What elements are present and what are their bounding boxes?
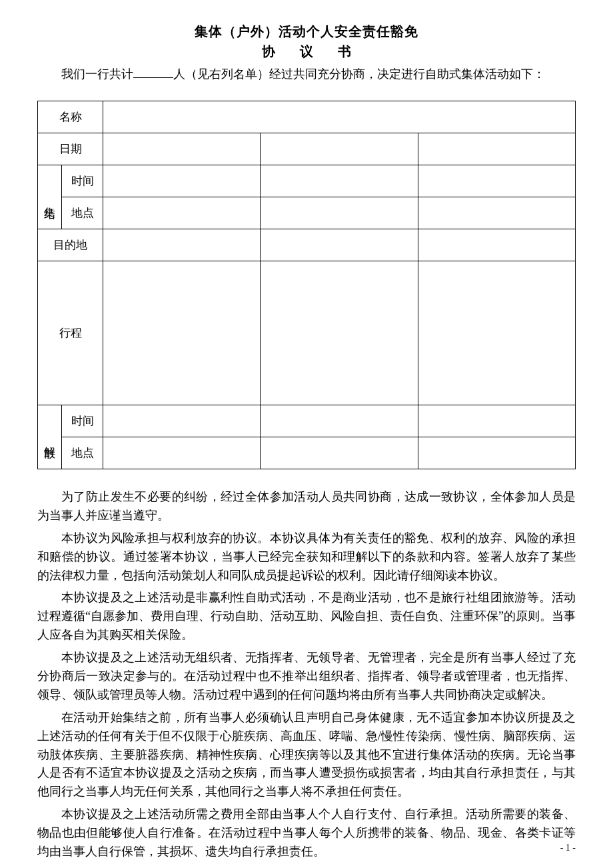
label-disband-place: 地点 bbox=[62, 437, 103, 469]
label-itinerary: 行程 bbox=[38, 261, 103, 405]
cell-itinerary-1[interactable] bbox=[103, 261, 261, 405]
table-row: 行程 bbox=[38, 261, 576, 405]
activity-table: 名称 日期 集结 时间 地点 目的地 行程 bbox=[37, 101, 576, 469]
paragraph-5: 在活动开始集结之前，所有当事人必须确认且声明自己身体健康，无不适宜参加本协议所提… bbox=[37, 709, 576, 801]
title-line-1: 集体（户外）活动个人安全责任豁免 bbox=[37, 21, 576, 41]
cell-date-3[interactable] bbox=[418, 133, 575, 165]
cell-itinerary-3[interactable] bbox=[418, 261, 575, 405]
intro-prefix: 我们一行共计 bbox=[61, 67, 133, 81]
cell-assemble-place-2[interactable] bbox=[261, 197, 418, 229]
label-assemble: 集结 bbox=[38, 165, 62, 229]
label-assemble-time: 时间 bbox=[62, 165, 103, 197]
cell-disband-place-3[interactable] bbox=[418, 437, 575, 469]
paragraph-3: 本协议提及之上述活动是非赢利性自助式活动，不是商业活动，也不是旅行社组团旅游等。… bbox=[37, 589, 576, 645]
table-row: 解散 时间 bbox=[38, 405, 576, 437]
cell-assemble-place-3[interactable] bbox=[418, 197, 575, 229]
table-row: 地点 bbox=[38, 437, 576, 469]
label-disband-time: 时间 bbox=[62, 405, 103, 437]
cell-itinerary-2[interactable] bbox=[261, 261, 418, 405]
cell-disband-place-1[interactable] bbox=[103, 437, 261, 469]
title-block: 集体（户外）活动个人安全责任豁免 协 议 书 bbox=[37, 21, 576, 61]
table-row: 日期 bbox=[38, 133, 576, 165]
paragraph-2: 本协议为风险承担与权利放弃的协议。本协议具体为有关责任的豁免、权利的放弃、风险的… bbox=[37, 529, 576, 585]
cell-disband-time-1[interactable] bbox=[103, 405, 261, 437]
table-row: 集结 时间 bbox=[38, 165, 576, 197]
label-destination: 目的地 bbox=[38, 229, 103, 261]
label-disband: 解散 bbox=[38, 405, 62, 469]
cell-disband-time-3[interactable] bbox=[418, 405, 575, 437]
cell-assemble-time-3[interactable] bbox=[418, 165, 575, 197]
cell-name[interactable] bbox=[103, 101, 576, 133]
cell-assemble-time-2[interactable] bbox=[261, 165, 418, 197]
cell-destination-1[interactable] bbox=[103, 229, 261, 261]
label-name: 名称 bbox=[38, 101, 103, 133]
paragraph-4: 本协议提及之上述活动无组织者、无指挥者、无领导者、无管理者，完全是所有当事人经过… bbox=[37, 649, 576, 705]
intro-blank[interactable] bbox=[133, 66, 173, 78]
table-row: 名称 bbox=[38, 101, 576, 133]
cell-destination-3[interactable] bbox=[418, 229, 575, 261]
intro-paragraph: 我们一行共计人（见右列名单）经过共同充分协商，决定进行自助式集体活动如下： bbox=[37, 65, 576, 83]
title-line-2: 协 议 书 bbox=[37, 41, 576, 61]
cell-assemble-time-1[interactable] bbox=[103, 165, 261, 197]
label-date: 日期 bbox=[38, 133, 103, 165]
paragraph-1: 为了防止发生不必要的纠纷，经过全体参加活动人员共同协商，达成一致协议，全体参加人… bbox=[37, 488, 576, 525]
cell-date-1[interactable] bbox=[103, 133, 261, 165]
table-row: 目的地 bbox=[38, 229, 576, 261]
cell-disband-time-2[interactable] bbox=[261, 405, 418, 437]
cell-date-2[interactable] bbox=[261, 133, 418, 165]
page-number: - 1 - bbox=[560, 841, 576, 855]
cell-assemble-place-1[interactable] bbox=[103, 197, 261, 229]
intro-suffix: 人（见右列名单）经过共同充分协商，决定进行自助式集体活动如下： bbox=[173, 67, 545, 81]
label-assemble-place: 地点 bbox=[62, 197, 103, 229]
cell-disband-place-2[interactable] bbox=[261, 437, 418, 469]
cell-destination-2[interactable] bbox=[261, 229, 418, 261]
table-row: 地点 bbox=[38, 197, 576, 229]
paragraph-6: 本协议提及之上述活动所需之费用全部由当事人个人自行支付、自行承担。活动所需要的装… bbox=[37, 805, 576, 861]
